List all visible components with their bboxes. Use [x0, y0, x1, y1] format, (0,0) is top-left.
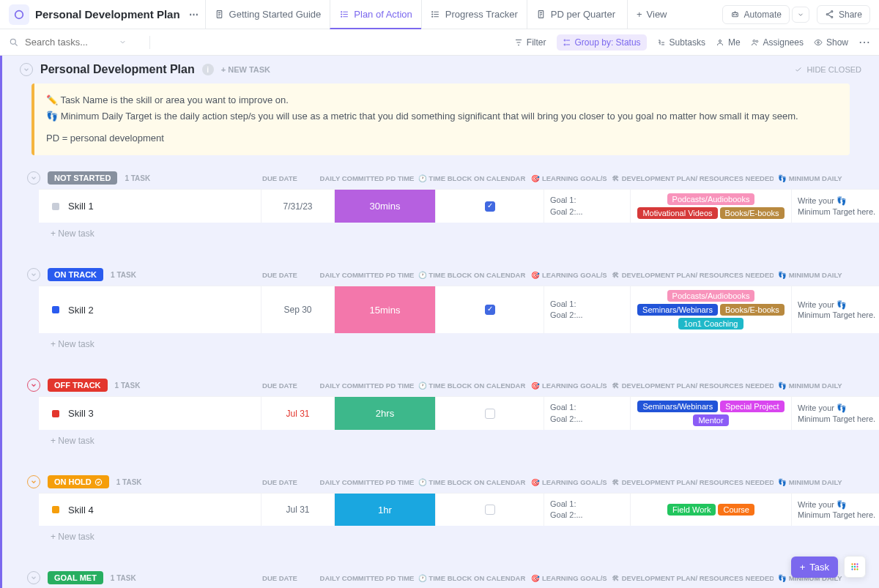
new-task-row-button[interactable]: + New task: [2, 526, 879, 548]
assignees-button[interactable]: Assignees: [751, 37, 804, 48]
checkbox[interactable]: [485, 201, 495, 212]
goals-cell[interactable]: Goal 1:Goal 2:...: [544, 286, 630, 333]
resource-tag[interactable]: Books/E-books: [720, 304, 785, 316]
checkbox[interactable]: [485, 305, 495, 315]
resource-tag[interactable]: 1on1 Coaching: [678, 318, 743, 330]
page-title[interactable]: Personal Development Plan: [35, 8, 180, 21]
resource-tag[interactable]: Course: [718, 504, 754, 516]
col-due[interactable]: DUE DATE: [243, 478, 316, 486]
status-pill[interactable]: ON HOLD: [48, 475, 109, 488]
due-date-cell[interactable]: Sep 30: [261, 286, 334, 333]
status-pill[interactable]: NOT STARTED: [48, 171, 117, 185]
col-time[interactable]: DAILY COMMITTED PD TIME: [316, 478, 418, 486]
resource-tag[interactable]: Podcasts/Audiobooks: [667, 193, 755, 205]
new-task-row-button[interactable]: + New task: [2, 430, 879, 452]
status-pill[interactable]: ON TRACK: [48, 268, 103, 281]
task-name-cell[interactable]: Skill 4: [39, 494, 261, 526]
filter-button[interactable]: Filter: [514, 37, 546, 48]
resource-tag[interactable]: Podcasts/Audiobooks: [667, 290, 755, 302]
goals-cell[interactable]: Goal 1:Goal 2:...: [544, 397, 630, 430]
resource-tag[interactable]: Special Project: [720, 401, 784, 412]
subtasks-button[interactable]: Subtasks: [657, 37, 705, 48]
collapse-group-button[interactable]: [27, 379, 40, 392]
resource-tag[interactable]: Field Work: [667, 504, 716, 516]
col-block[interactable]: 🕐 TIME BLOCK ON CALENDAR: [418, 574, 526, 582]
add-view-button[interactable]: + View: [627, 0, 676, 29]
col-due[interactable]: DUE DATE: [243, 271, 316, 279]
collapse-group-button[interactable]: [27, 268, 40, 281]
resource-tag[interactable]: Seminars/Webinars: [637, 304, 718, 316]
new-task-row-button[interactable]: + New task: [2, 333, 879, 355]
status-pill[interactable]: GOAL MET: [48, 571, 103, 584]
tab-progress-tracker[interactable]: Progress Tracker: [421, 0, 527, 29]
pd-time-cell[interactable]: 30mins: [334, 190, 435, 223]
col-min[interactable]: 👣 MINIMUM DAILY: [774, 478, 861, 486]
min-target-cell[interactable]: Write your 👣 Minimum Target here.: [791, 286, 879, 333]
col-goals[interactable]: 🎯 LEARNING GOAL/S: [526, 478, 612, 486]
due-date-cell[interactable]: Jul 31: [261, 494, 334, 526]
col-plan[interactable]: 🛠 DEVELOPMENT PLAN/ RESOURCES NEEDED: [612, 271, 774, 279]
collapse-group-button[interactable]: [27, 171, 40, 185]
checkbox[interactable]: [485, 505, 495, 515]
status-square-icon[interactable]: [52, 306, 59, 313]
status-square-icon[interactable]: [52, 203, 59, 210]
col-due[interactable]: DUE DATE: [243, 382, 316, 390]
col-time[interactable]: DAILY COMMITTED PD TIME: [316, 382, 418, 390]
tab-getting-started-guide[interactable]: Getting Started Guide: [205, 0, 330, 29]
due-date-cell[interactable]: Jul 31: [261, 397, 334, 430]
status-square-icon[interactable]: [52, 506, 59, 513]
due-date-cell[interactable]: 7/31/23: [261, 190, 334, 223]
plan-cell[interactable]: Field WorkCourse: [630, 494, 791, 526]
time-block-cell[interactable]: [435, 397, 544, 430]
col-min[interactable]: 👣 MINIMUM DAILY: [774, 174, 861, 182]
col-time[interactable]: DAILY COMMITTED PD TIME: [316, 174, 418, 182]
task-name-cell[interactable]: Skill 1: [39, 190, 261, 223]
col-block[interactable]: 🕐 TIME BLOCK ON CALENDAR: [418, 478, 526, 486]
status-square-icon[interactable]: [52, 410, 59, 417]
new-task-row-button[interactable]: + New task: [2, 223, 879, 245]
col-time[interactable]: DAILY COMMITTED PD TIME: [316, 271, 418, 279]
min-target-cell[interactable]: Write your 👣 Minimum Target here.: [791, 494, 879, 526]
tab-plan-of-action[interactable]: Plan of Action: [330, 0, 421, 29]
col-min[interactable]: 👣 MINIMUM DAILY: [774, 382, 861, 390]
pd-time-cell[interactable]: 15mins: [334, 286, 435, 333]
share-button[interactable]: Share: [817, 5, 870, 24]
collapse-group-button[interactable]: [27, 475, 40, 488]
time-block-cell[interactable]: [435, 494, 544, 526]
task-name-cell[interactable]: Skill 2: [39, 286, 261, 333]
col-due[interactable]: DUE DATE: [243, 174, 316, 182]
apps-fab[interactable]: [844, 556, 866, 578]
group-by-button[interactable]: Group by: Status: [557, 34, 647, 51]
resource-tag[interactable]: Books/E-books: [720, 207, 785, 219]
col-plan[interactable]: 🛠 DEVELOPMENT PLAN/ RESOURCES NEEDED: [612, 382, 774, 390]
pd-time-cell[interactable]: 1hr: [334, 494, 435, 526]
more-menu-icon[interactable]: ⋯: [186, 9, 202, 20]
col-block[interactable]: 🕐 TIME BLOCK ON CALENDAR: [418, 174, 526, 182]
tab-pd-per-quarter[interactable]: PD per Quarter: [527, 0, 624, 29]
time-block-cell[interactable]: [435, 286, 544, 333]
list-title[interactable]: Personal Development Plan: [40, 63, 195, 76]
plan-cell[interactable]: Podcasts/AudiobooksSeminars/WebinarsBook…: [630, 286, 791, 333]
more-toolbar-button[interactable]: ⋯: [858, 35, 870, 49]
resource-tag[interactable]: Motivational Videos: [637, 207, 717, 219]
hide-closed-button[interactable]: HIDE CLOSED: [794, 65, 861, 74]
new-task-fab[interactable]: + Task: [791, 557, 838, 578]
show-button[interactable]: Show: [814, 37, 848, 48]
search-dropdown[interactable]: [119, 38, 127, 46]
me-button[interactable]: Me: [716, 37, 741, 48]
resource-tag[interactable]: Mentor: [693, 414, 728, 426]
col-plan[interactable]: 🛠 DEVELOPMENT PLAN/ RESOURCES NEEDED: [612, 478, 774, 486]
resource-tag[interactable]: Seminars/Webinars: [637, 401, 718, 412]
goals-cell[interactable]: Goal 1:Goal 2:...: [544, 494, 630, 526]
col-goals[interactable]: 🎯 LEARNING GOAL/S: [526, 574, 612, 582]
checkbox[interactable]: [485, 409, 495, 419]
search-input[interactable]: [25, 37, 113, 48]
col-min[interactable]: 👣 MINIMUM DAILY: [774, 271, 861, 279]
new-task-header-button[interactable]: + NEW TASK: [221, 65, 270, 74]
col-block[interactable]: 🕐 TIME BLOCK ON CALENDAR: [418, 271, 526, 279]
min-target-cell[interactable]: Write your 👣 Minimum Target here.: [791, 190, 879, 223]
automate-button[interactable]: Automate: [722, 5, 790, 24]
collapse-group-button[interactable]: [27, 571, 40, 584]
col-block[interactable]: 🕐 TIME BLOCK ON CALENDAR: [418, 382, 526, 390]
plan-cell[interactable]: Podcasts/AudiobooksMotivational VideosBo…: [630, 190, 791, 223]
